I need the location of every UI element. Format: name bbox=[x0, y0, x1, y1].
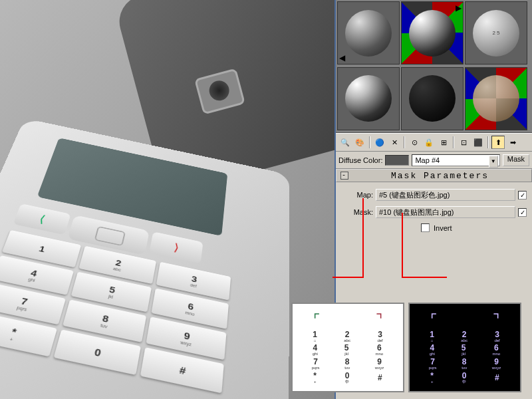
tool-assign[interactable]: 🔵 bbox=[373, 136, 386, 149]
texture-previews: ⌜⌝ 1⌂2abc3def 4ghi5jkl6mno 7pqrs8tuv9wxy… bbox=[291, 303, 521, 392]
bracket-icon: ⌝ bbox=[376, 311, 382, 329]
mat-slot-6[interactable] bbox=[465, 67, 527, 130]
mat-slot-3[interactable]: 2 5 bbox=[465, 1, 527, 65]
rollout-toggle[interactable]: - bbox=[340, 172, 348, 180]
tool-put-material[interactable]: 🎨 bbox=[353, 136, 366, 149]
texture-color-preview: ⌜⌝ 1⌂2abc3def 4ghi5jkl6mno 7pqrs8tuv9wxy… bbox=[291, 303, 404, 392]
invert-checkbox[interactable] bbox=[421, 223, 430, 232]
map-name-dropdown[interactable]: Map #4 bbox=[412, 154, 499, 166]
tool-go-sibling[interactable]: ➡ bbox=[506, 136, 519, 149]
tool-show-end[interactable]: ⬛ bbox=[471, 136, 485, 149]
slot-nav-prev[interactable]: ◀ bbox=[339, 53, 345, 63]
softkey-right bbox=[149, 231, 203, 263]
phone-keypad: 1 2abc 3def 4ghi 5jkl 6mno 7pqrs 8tuv 9w… bbox=[0, 203, 233, 399]
invert-label: Invert bbox=[434, 224, 452, 232]
bracket-icon: ⌝ bbox=[493, 311, 499, 329]
separator bbox=[404, 136, 405, 148]
sphere-icon bbox=[409, 75, 456, 122]
tool-get-material[interactable]: 🔍 bbox=[338, 136, 352, 149]
mask-enable-checkbox[interactable]: ✓ bbox=[518, 208, 527, 217]
map-slot-button[interactable]: #5 (键盘贴图彩色.jpg) bbox=[376, 189, 515, 201]
separator bbox=[369, 136, 370, 148]
rollout-title: Mask Parameters bbox=[352, 171, 527, 181]
rollout-header[interactable]: - Mask Parameters bbox=[336, 169, 532, 182]
diffuse-swatch[interactable] bbox=[385, 155, 409, 166]
tool-make-unique[interactable]: ⊙ bbox=[408, 136, 421, 149]
diffuse-color-row: Diffuse Color: Map #4 Mask bbox=[336, 152, 532, 169]
separator bbox=[453, 136, 454, 148]
material-toolbar: 🔍 🎨 🔵 ✕ ⊙ 🔒 ⊞ ⊡ ⬛ ⬆ ➡ bbox=[336, 133, 532, 152]
softkey-left bbox=[13, 203, 71, 235]
callout-line bbox=[402, 213, 403, 277]
sphere-icon: 2 5 bbox=[473, 10, 519, 57]
diffuse-label: Diffuse Color: bbox=[338, 156, 382, 164]
callout-line bbox=[362, 198, 364, 278]
viewport-3d[interactable]: 1 2abc 3def 4ghi 5jkl 6mno 7pqrs 8tuv 9w… bbox=[0, 0, 336, 399]
sphere-icon bbox=[345, 10, 392, 57]
sphere-icon bbox=[345, 75, 392, 122]
map-label: Map: bbox=[341, 191, 373, 199]
mask-label: Mask: bbox=[341, 208, 373, 216]
bracket-icon: ⌜ bbox=[430, 311, 437, 329]
callout-line bbox=[332, 277, 364, 278]
mask-slot-button[interactable]: #10 (键盘贴图黑白.jpg) bbox=[376, 206, 515, 218]
tool-delete[interactable]: ✕ bbox=[388, 136, 401, 149]
tool-put-library[interactable]: 🔒 bbox=[422, 136, 436, 149]
mat-slot-5[interactable] bbox=[401, 67, 464, 130]
bracket-icon: ⌜ bbox=[313, 311, 320, 329]
sphere-icon bbox=[473, 75, 519, 122]
texture-mask-preview: ⌜⌝ 1⌂2abc3def 4ghi5jkl6mno 7pqrs8tuv9wxy… bbox=[408, 303, 521, 392]
map-enable-checkbox[interactable]: ✓ bbox=[518, 191, 527, 200]
tool-show-map[interactable]: ⊡ bbox=[457, 136, 470, 149]
callout-line bbox=[402, 277, 447, 278]
mask-type-button[interactable]: Mask bbox=[503, 154, 529, 166]
separator bbox=[487, 136, 489, 148]
rollout-body: Map: #5 (键盘贴图彩色.jpg) ✓ Mask: #10 (键盘贴图黑白… bbox=[336, 182, 532, 239]
material-slots: ◀ ▶ 2 5 bbox=[336, 0, 532, 133]
mat-slot-2[interactable]: ▶ bbox=[401, 1, 464, 65]
tool-go-parent[interactable]: ⬆ bbox=[491, 136, 505, 149]
mat-slot-1[interactable]: ◀ bbox=[337, 1, 400, 65]
slot-nav-next[interactable]: ▶ bbox=[456, 3, 462, 13]
mat-slot-4[interactable] bbox=[337, 67, 400, 130]
tool-effects[interactable]: ⊞ bbox=[437, 136, 450, 149]
sphere-icon bbox=[409, 10, 456, 57]
phone-render: 1 2abc 3def 4ghi 5jkl 6mno 7pqrs 8tuv 9w… bbox=[0, 0, 334, 399]
